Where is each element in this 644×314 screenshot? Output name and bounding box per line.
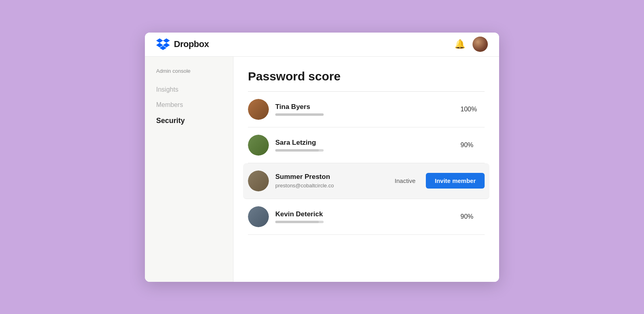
- member-info-sara: Sara Letzing: [275, 139, 454, 152]
- member-name: Tina Byers: [275, 103, 454, 111]
- member-bar-wrap: [275, 113, 454, 116]
- sidebar: Admin console Insights Members Security: [145, 57, 233, 282]
- member-score: 90%: [460, 213, 485, 220]
- member-score: 100%: [460, 106, 485, 113]
- logo: Dropbox: [156, 37, 209, 51]
- dropbox-logo-icon: [156, 37, 170, 51]
- member-name: Kevin Deterick: [275, 210, 454, 218]
- sidebar-item-insights[interactable]: Insights: [145, 82, 233, 97]
- avatar-tina: [248, 99, 269, 120]
- member-bar: [275, 221, 324, 223]
- member-info-tina: Tina Byers: [275, 103, 454, 116]
- sidebar-item-members[interactable]: Members: [145, 97, 233, 113]
- main-content: Password score Tina Byers 100%: [233, 57, 499, 282]
- member-info-summer: Summer Preston prestons@cobaltcircle.co: [275, 173, 388, 189]
- member-bar-wrap: [275, 149, 454, 152]
- member-info-kevin: Kevin Deterick: [275, 210, 454, 223]
- body: Admin console Insights Members Security …: [145, 57, 499, 282]
- invite-member-button[interactable]: Invite member: [426, 173, 485, 189]
- admin-console-label: Admin console: [145, 68, 233, 82]
- member-row: Kevin Deterick 90%: [248, 199, 485, 235]
- avatar-kevin: [248, 206, 269, 227]
- avatar-summer: [248, 170, 269, 191]
- member-score: 90%: [460, 142, 485, 149]
- member-bar: [275, 113, 324, 116]
- avatar-sara: [248, 135, 269, 156]
- logo-text: Dropbox: [174, 39, 209, 49]
- member-row: Tina Byers 100%: [248, 92, 485, 127]
- member-bar-wrap: [275, 221, 454, 223]
- topbar-right: 🔔: [454, 37, 488, 52]
- member-name: Sara Letzing: [275, 139, 454, 147]
- member-name: Summer Preston: [275, 173, 388, 181]
- member-row: Sara Letzing 90%: [248, 127, 485, 163]
- bell-icon[interactable]: 🔔: [454, 39, 465, 49]
- sidebar-item-security[interactable]: Security: [145, 113, 233, 129]
- member-row-highlighted: Summer Preston prestons@cobaltcircle.co …: [243, 163, 489, 199]
- member-status: Inactive: [395, 177, 416, 184]
- topbar: Dropbox 🔔: [145, 33, 499, 57]
- member-email: prestons@cobaltcircle.co: [275, 183, 388, 189]
- user-avatar[interactable]: [473, 37, 488, 52]
- page-title: Password score: [248, 70, 485, 83]
- app-window: Dropbox 🔔 Admin console Insights Members…: [145, 33, 499, 282]
- member-bar: [275, 149, 324, 152]
